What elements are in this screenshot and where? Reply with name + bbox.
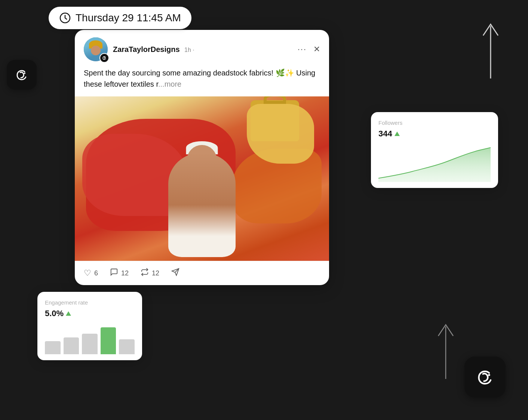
- bar-2: [64, 337, 79, 354]
- bar-3: [82, 334, 98, 354]
- post-card: ZaraTaylorDesigns 1h · ··· ✕ Spent the d…: [75, 30, 329, 285]
- post-footer: ♡ 6 12: [75, 261, 329, 285]
- avatar-wrap: [84, 37, 108, 61]
- comment-button[interactable]: 12: [110, 268, 129, 278]
- followers-card: Followers 344: [371, 112, 498, 188]
- repost-button[interactable]: 12: [141, 268, 159, 278]
- bar-5: [119, 339, 135, 354]
- fabric-yellow: [247, 104, 314, 164]
- post-actions: ··· ✕: [298, 44, 320, 54]
- scene: Thursday 29 11:45 AM: [0, 0, 528, 420]
- post-header: ZaraTaylorDesigns 1h · ··· ✕: [75, 30, 329, 67]
- bag-handle: [264, 96, 286, 104]
- followers-number: 344: [378, 129, 392, 139]
- bar-1: [45, 341, 61, 354]
- followers-value: 344: [378, 129, 491, 139]
- post-time: 1h ·: [184, 47, 194, 53]
- avatar-face: [91, 46, 101, 55]
- post-text: Spent the day sourcing some amazing dead…: [75, 67, 329, 96]
- threads-avatar-badge: [99, 53, 109, 63]
- svg-point-5: [105, 57, 106, 58]
- more-options-button[interactable]: ···: [298, 44, 307, 54]
- repost-icon: [141, 268, 149, 278]
- threads-icon-tl: [13, 66, 31, 84]
- engagement-number: 5.0%: [45, 309, 64, 318]
- followers-chart-svg: [378, 145, 491, 182]
- threads-icon-br: [473, 365, 497, 389]
- like-button[interactable]: ♡ 6: [84, 268, 98, 278]
- followers-up-icon: [395, 132, 400, 136]
- post-image: [75, 96, 329, 261]
- engagement-bar-chart: [45, 324, 135, 354]
- read-more-link[interactable]: ...more: [158, 80, 181, 88]
- svg-point-4: [488, 374, 490, 376]
- arrow-up-icon: [476, 15, 506, 82]
- comment-icon: [110, 268, 118, 278]
- engagement-value: 5.0%: [45, 309, 135, 318]
- time-pill: Thursday 29 11:45 AM: [49, 7, 191, 29]
- followers-area-chart: [378, 145, 491, 182]
- engagement-label: Engagement rate: [45, 299, 135, 306]
- like-count: 6: [94, 269, 98, 277]
- svg-point-3: [24, 72, 25, 74]
- post-meta: ZaraTaylorDesigns 1h ·: [113, 45, 292, 54]
- engagement-card: Engagement rate 5.0%: [37, 292, 142, 360]
- bar-4: [101, 327, 116, 354]
- heart-icon: ♡: [84, 268, 91, 278]
- close-button[interactable]: ✕: [313, 44, 320, 54]
- post-body-text: Spent the day sourcing some amazing dead…: [84, 69, 315, 88]
- share-icon: [171, 268, 179, 278]
- time-display: Thursday 29 11:45 AM: [76, 12, 181, 24]
- arrow-up-right-icon: [431, 315, 461, 383]
- person-body: [168, 152, 236, 257]
- followers-label: Followers: [378, 120, 491, 126]
- threads-logo-topleft: [7, 60, 37, 90]
- share-button[interactable]: [171, 268, 179, 278]
- clock-icon: [59, 12, 71, 24]
- comment-count: 12: [121, 269, 129, 277]
- threads-logo-bottomright: [464, 356, 506, 398]
- post-username[interactable]: ZaraTaylorDesigns: [113, 45, 180, 53]
- engagement-up-icon: [66, 311, 71, 316]
- repost-count: 12: [152, 269, 159, 277]
